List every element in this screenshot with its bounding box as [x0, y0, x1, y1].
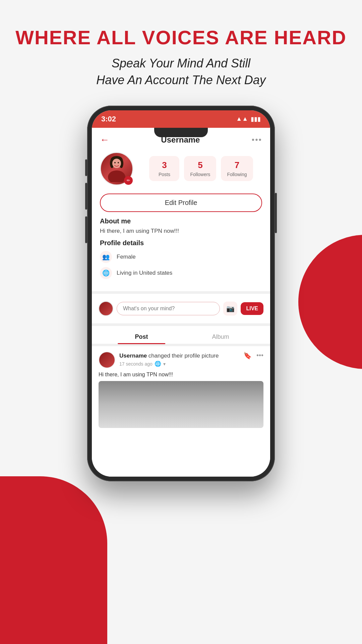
about-title: About me: [100, 217, 262, 225]
stat-posts-number: 3: [155, 160, 173, 170]
globe-icon: 🌐: [155, 361, 161, 367]
post-time: 17 seconds ago 🌐 ▾: [119, 361, 219, 367]
avatar-wrapper: ✏: [100, 152, 133, 185]
post-header: Username changed their profile picture 1…: [99, 352, 263, 368]
post-bar-avatar: [99, 301, 113, 316]
stats-row: 3 Posts 5 Followers 7 Following: [140, 156, 262, 181]
side-button-vol-down: [85, 216, 87, 243]
post-username: Username: [119, 353, 147, 359]
side-button-vol-up: [85, 183, 87, 210]
about-section: About me Hi there, I am using TPN now!!!…: [92, 217, 270, 288]
section-divider-2: [92, 323, 270, 326]
stat-followers-label: Followers: [190, 172, 210, 177]
side-button-power: [85, 159, 87, 176]
svg-point-7: [114, 162, 116, 163]
subheadline-line2: Have An Account The Next Day: [96, 73, 266, 87]
post-image: [99, 381, 263, 428]
post-user-details: Username changed their profile picture 1…: [119, 353, 219, 367]
status-icons: ▲▲ ▮▮▮: [236, 115, 261, 123]
camera-button[interactable]: 📷: [223, 302, 237, 316]
wifi-icon: ▲▲: [236, 115, 248, 122]
post-card: Username changed their profile picture 1…: [92, 346, 270, 433]
bg-decoration-left: [0, 476, 107, 644]
post-actions: 🔖 •••: [243, 352, 263, 360]
post-activity: changed their profile picture: [148, 353, 219, 359]
live-button[interactable]: LIVE: [241, 302, 263, 315]
status-time: 3:02: [101, 115, 116, 123]
post-timestamp: 17 seconds ago: [119, 361, 153, 367]
more-button[interactable]: •••: [252, 135, 262, 145]
stat-followers-number: 5: [190, 160, 210, 170]
notch: [154, 128, 208, 137]
phone-outer: 3:02 ▲▲ ▮▮▮ ← Username •••: [87, 106, 275, 481]
gender-text: Female: [117, 254, 136, 260]
stat-following-number: 7: [227, 160, 247, 170]
edit-profile-button[interactable]: Edit Profile: [100, 194, 262, 212]
post-user-avatar: [99, 352, 115, 368]
tabs-row: Post Album: [92, 329, 270, 344]
battery-icon: ▮▮▮: [251, 115, 261, 123]
phone-screen: 3:02 ▲▲ ▮▮▮ ← Username •••: [92, 110, 270, 477]
profile-details-title: Profile details: [100, 239, 262, 247]
stat-posts-label: Posts: [155, 172, 173, 177]
stat-following[interactable]: 7 Following: [221, 156, 253, 181]
phone-mockup: 3:02 ▲▲ ▮▮▮ ← Username •••: [0, 106, 362, 481]
headline: WHERE ALL VOICES ARE HEARD: [0, 27, 362, 48]
location-text: Living in United states: [117, 270, 172, 276]
svg-rect-9: [111, 174, 123, 182]
dropdown-icon[interactable]: ▾: [163, 361, 166, 367]
app-content: ← Username •••: [92, 128, 270, 477]
post-text: Hi there, I am using TPN now!!!: [99, 372, 263, 378]
post-more-button[interactable]: •••: [256, 352, 263, 359]
post-input[interactable]: [117, 302, 220, 315]
tab-album[interactable]: Album: [181, 329, 260, 344]
page-header: WHERE ALL VOICES ARE HEARD Speak Your Mi…: [0, 0, 362, 89]
stat-following-label: Following: [227, 172, 247, 177]
post-bar: 📷 LIVE: [92, 297, 270, 321]
subheadline-line1: Speak Your Mind And Still: [112, 56, 250, 70]
stat-followers[interactable]: 5 Followers: [184, 156, 216, 181]
status-bar: 3:02 ▲▲ ▮▮▮: [92, 110, 270, 128]
bookmark-icon[interactable]: 🔖: [243, 352, 252, 360]
section-divider-1: [92, 291, 270, 294]
detail-location: 🌐 Living in United states: [100, 267, 262, 279]
stat-posts[interactable]: 3 Posts: [149, 156, 179, 181]
back-button[interactable]: ←: [100, 135, 109, 145]
post-activity-text: Username changed their profile picture: [119, 353, 219, 359]
edit-avatar-button[interactable]: ✏: [124, 176, 133, 185]
tab-post[interactable]: Post: [102, 329, 181, 344]
location-icon: 🌐: [100, 267, 112, 279]
svg-point-8: [118, 162, 119, 163]
side-button-right: [275, 193, 277, 233]
profile-section: ✏ 3 Posts 5 Followers 7: [92, 149, 270, 191]
about-text: Hi there, I am using TPN now!!!: [100, 228, 262, 234]
post-user-info: Username changed their profile picture 1…: [99, 352, 219, 368]
subheadline: Speak Your Mind And Still Have An Accoun…: [0, 55, 362, 89]
detail-gender: 👥 Female: [100, 251, 262, 263]
gender-icon: 👥: [100, 251, 112, 263]
